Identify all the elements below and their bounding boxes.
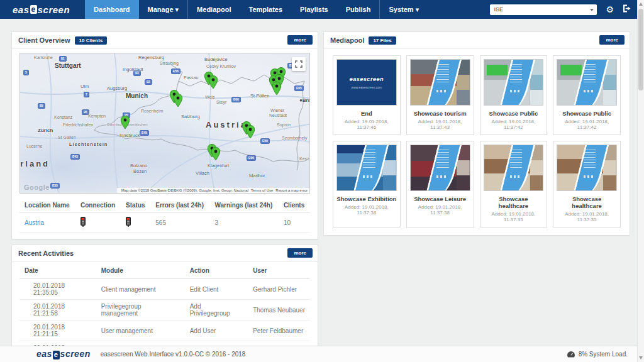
footer: easescreen easescreen Web.Interface v1.0… bbox=[0, 346, 638, 362]
media-card[interactable]: Showcase healthcare Added: 19.01.2018, 1… bbox=[553, 141, 621, 228]
nav-item[interactable]: Publish bbox=[337, 0, 380, 19]
errors-count: 565 bbox=[150, 213, 209, 233]
table-header-cell: Location Name bbox=[19, 197, 75, 213]
media-card[interactable]: Showcase healthcare Added: 19.01.2018, 1… bbox=[480, 141, 548, 228]
map-city-label: Cesky Krumlov bbox=[206, 64, 236, 69]
nav-item[interactable]: Playlists bbox=[291, 0, 337, 19]
map-city-label: Bozen bbox=[133, 168, 147, 174]
map-city-label: Friedrichshafen bbox=[63, 123, 93, 127]
client-location-marker[interactable] bbox=[121, 116, 130, 132]
logout-icon[interactable] bbox=[623, 0, 631, 19]
system-load: 8% System Load. bbox=[567, 351, 628, 358]
media-thumbnail bbox=[484, 59, 544, 106]
activity-module: Client management bbox=[96, 279, 185, 300]
warnings-count: 3 bbox=[209, 213, 278, 233]
panel-title: Client Overview bbox=[18, 36, 70, 44]
chevron-down-icon bbox=[590, 9, 594, 11]
map-city-label: Innsbruck bbox=[119, 133, 140, 138]
client-location-marker[interactable] bbox=[246, 125, 255, 141]
map-city-label: St Gallen bbox=[58, 135, 76, 140]
nav-item[interactable]: Dashboard bbox=[85, 0, 138, 19]
logo-text-pre: eas bbox=[13, 4, 30, 15]
thumb-sub-text: www.easescreen.com bbox=[337, 85, 396, 89]
scrollbar-down-arrow[interactable] bbox=[639, 356, 643, 359]
media-card[interactable]: Showcase Exhibition Added: 19.01.2018, 1… bbox=[333, 141, 401, 228]
media-thumbnail bbox=[557, 59, 617, 106]
media-added-date: Added: 19.01.2018, 11:37:35 bbox=[484, 211, 544, 222]
media-added-date: Added: 19.01.2018, 11:37:43 bbox=[410, 119, 470, 130]
map-fullscreen-button[interactable] bbox=[292, 57, 306, 71]
media-thumbnail bbox=[557, 145, 617, 191]
system-load-text: 8% System Load. bbox=[579, 351, 628, 358]
media-added-date: Added: 19.01.2018, 11:37:42 bbox=[557, 119, 617, 130]
client-location-marker[interactable] bbox=[211, 147, 221, 163]
nav-item[interactable]: Templates bbox=[240, 0, 292, 19]
road-shield: 81 bbox=[59, 56, 67, 62]
media-card[interactable]: Showcase Leisure Added: 19.01.2018, 11:3… bbox=[406, 141, 474, 228]
client-row: Austria 565 3 10 bbox=[19, 213, 310, 233]
media-name: Showcase Exhibition bbox=[336, 195, 397, 202]
activity-action: Add Privilegegroup bbox=[185, 300, 248, 321]
activity-row: 20.01.2018 21:21:58 Privilegegroup manag… bbox=[19, 300, 310, 321]
page-scrollbar[interactable] bbox=[637, 0, 644, 362]
mediapool-panel: Mediapool 17 Files more easescreen www.e… bbox=[323, 31, 630, 236]
footer-version-text: easescreen Web.Interface v1.0.0-CC © 201… bbox=[101, 351, 246, 358]
report-error-link[interactable]: Report a map error bbox=[275, 189, 308, 192]
google-logo[interactable]: Google bbox=[24, 184, 50, 191]
road-shield: 92 bbox=[145, 79, 152, 85]
activity-action: Edit Client bbox=[185, 279, 248, 300]
activity-module: Privilegegroup management bbox=[96, 300, 185, 321]
road-shield: E66 bbox=[247, 155, 256, 161]
table-header-cell: Status bbox=[121, 197, 150, 213]
client-location-marker[interactable] bbox=[209, 75, 218, 92]
road-shield: 7 bbox=[84, 92, 89, 97]
gear-icon[interactable]: ⚙ bbox=[606, 0, 614, 19]
map-city-label: Neustadt bbox=[269, 113, 287, 118]
road-shield: E59 bbox=[260, 138, 270, 144]
client-search-select[interactable]: ISE bbox=[490, 4, 597, 15]
media-card[interactable]: Showcase Public Added: 19.01.2018, 11:37… bbox=[553, 55, 621, 135]
mediapool-more-button[interactable]: more bbox=[599, 35, 625, 45]
map-city-label: Liechtenstein bbox=[69, 141, 108, 147]
recent-activities-more-button[interactable]: more bbox=[287, 248, 313, 258]
logo-text-pre: eas bbox=[36, 349, 52, 359]
nav-item[interactable]: System ▾ bbox=[379, 0, 428, 19]
navbar-right: ISE ⚙ bbox=[490, 0, 644, 19]
media-card[interactable]: Showcase tourism Added: 19.01.2018, 11:3… bbox=[406, 55, 474, 135]
right-column: Mediapool 17 Files more easescreen www.e… bbox=[323, 31, 630, 362]
map-city-label: Rosenheim bbox=[141, 109, 163, 113]
road-shield: E35 bbox=[50, 183, 60, 189]
media-grid: easescreen www.easescreen.com End Added:… bbox=[324, 49, 630, 235]
client-select-value: ISE bbox=[494, 6, 503, 13]
media-name: Showcase Leisure bbox=[410, 195, 470, 202]
location-link[interactable]: Austria bbox=[25, 219, 44, 226]
table-header-cell: Clients bbox=[279, 197, 310, 213]
map-city-label: Steyr bbox=[216, 100, 226, 104]
client-overview-more-button[interactable]: more bbox=[287, 35, 313, 45]
easescreen-logo: easescreen bbox=[0, 0, 85, 19]
road-shield: E45 bbox=[140, 130, 149, 136]
media-thumbnail bbox=[410, 145, 470, 191]
media-name: Showcase healthcare bbox=[484, 195, 544, 209]
map-city-label: ●Bratislava bbox=[299, 97, 310, 103]
clients-count-badge: 10 Clients bbox=[75, 36, 108, 45]
scrollbar-thumb[interactable] bbox=[638, 9, 643, 90]
media-card[interactable]: easescreen www.easescreen.com End Added:… bbox=[333, 55, 401, 135]
map-city-label: erland bbox=[19, 159, 50, 168]
dashboard-content: Client Overview 10 Clients more bbox=[11, 31, 630, 362]
client-table-body: Austria 565 3 10 bbox=[19, 213, 310, 233]
map-city-label: Passau bbox=[184, 75, 198, 80]
map-city-label: Budejovice bbox=[204, 57, 228, 62]
map-city-label: Munich bbox=[126, 92, 148, 99]
clients-map[interactable]: KarlsruheStuttgartRegensburgStraubingIng… bbox=[19, 53, 310, 194]
nav-item[interactable]: Mediapool bbox=[187, 0, 240, 19]
terms-link[interactable]: Terms of Use bbox=[251, 189, 273, 192]
client-location-marker[interactable] bbox=[272, 82, 282, 98]
media-card[interactable]: Showcase Public Added: 19.01.2018, 11:37… bbox=[480, 55, 548, 135]
client-location-marker[interactable] bbox=[174, 94, 183, 110]
scrollbar-up-arrow[interactable] bbox=[639, 3, 643, 6]
nav-item[interactable]: Manage ▾ bbox=[139, 0, 188, 19]
road-shield: E56 bbox=[171, 69, 180, 74]
map-city-label: Karlsruhe bbox=[34, 55, 53, 60]
logo-e-mark: e bbox=[53, 351, 60, 359]
